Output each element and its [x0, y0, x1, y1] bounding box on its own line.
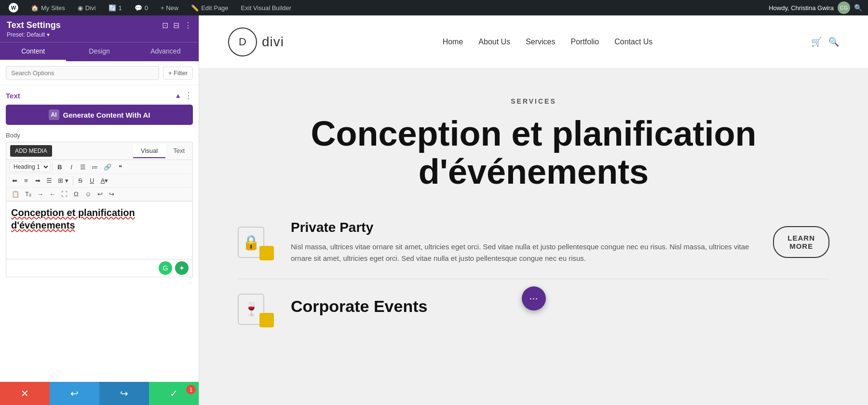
exit-builder-label: Exit Visual Builder	[241, 4, 292, 12]
comments-item[interactable]: 🔄 1	[106, 4, 125, 12]
cancel-button[interactable]: ✕	[0, 382, 50, 405]
grid-icon[interactable]: ⊟	[173, 21, 179, 30]
nav-home[interactable]: Home	[443, 38, 463, 46]
underline-button[interactable]: U	[87, 176, 97, 186]
nav-portfolio[interactable]: Portfolio	[571, 38, 599, 46]
save-button[interactable]: ✓ 1	[149, 382, 199, 405]
format-row-3: 📋 T₂ → ← ⛶ Ω ☺ ↩ ↪	[6, 188, 192, 201]
bold-button[interactable]: B	[54, 162, 65, 172]
grammarly-icon[interactable]: G	[159, 261, 172, 275]
admin-bar-left: W 🏠 My Sites ◉ Divi 🔄 1 💬 0 + New ✏️ Edi…	[6, 3, 761, 13]
search-input[interactable]	[6, 66, 159, 80]
ai-bottom-icon[interactable]: ✦	[175, 261, 189, 275]
new-item[interactable]: + New	[158, 4, 181, 12]
logo-d: D	[239, 36, 246, 48]
logo-text: divi	[262, 34, 284, 50]
heading-select[interactable]: Heading 1	[9, 162, 50, 172]
tab-content[interactable]: Content	[0, 42, 66, 61]
emoji-button[interactable]: ☺	[82, 189, 94, 199]
align-right-button[interactable]: ➡	[32, 176, 43, 186]
service-desc-1: Nisl massa, ultrices vitae ornare sit am…	[291, 241, 759, 264]
service-name-2: Corporate Events	[291, 297, 829, 316]
tab-design[interactable]: Design	[66, 42, 132, 61]
section-title: Text	[6, 92, 20, 100]
strikethrough-button[interactable]: S	[75, 176, 86, 186]
services-heading: Conception et planification d'événements	[238, 115, 829, 191]
site-content-wrapper: SERVICES Conception et planification d'é…	[238, 97, 829, 339]
fab-button[interactable]: ···	[522, 286, 546, 310]
fab-icon: ···	[529, 292, 538, 305]
panel-content: Text ▲ ⋮ AI Generate Content With AI Bod…	[0, 85, 199, 382]
visual-tab[interactable]: Visual	[133, 144, 165, 158]
blockquote-button[interactable]: ❝	[115, 162, 125, 172]
outdent-button[interactable]: ←	[47, 189, 58, 199]
divi-label: Divi	[85, 4, 96, 12]
tabs-row: Content Design Advanced	[0, 42, 199, 61]
link-button[interactable]: 🔗	[101, 162, 114, 172]
nav-services[interactable]: Services	[526, 38, 555, 46]
search-bar: + Filter	[0, 61, 199, 85]
editor-content[interactable]: Conception et planification d'événements	[6, 202, 193, 259]
pencil-icon: ✏️	[191, 4, 199, 12]
nav-about[interactable]: About Us	[478, 38, 510, 46]
align-justify-button[interactable]: ☰	[44, 176, 54, 186]
align-center-button[interactable]: ≡	[21, 176, 31, 186]
table-button[interactable]: ⊞ ▾	[55, 176, 71, 186]
right-panel: D divi Home About Us Services Portfolio …	[199, 15, 868, 405]
user-name-label: Howdy, Christina Gwira	[769, 4, 834, 12]
admin-bar: W 🏠 My Sites ◉ Divi 🔄 1 💬 0 + New ✏️ Edi…	[0, 0, 868, 15]
tab-advanced[interactable]: Advanced	[133, 42, 199, 61]
edit-page-label: Edit Page	[201, 4, 228, 12]
redo-button[interactable]: ↪	[106, 189, 117, 199]
subscript-button[interactable]: T₂	[23, 189, 34, 199]
site-header: D divi Home About Us Services Portfolio …	[199, 15, 868, 68]
ordered-list-button[interactable]: ≔	[89, 162, 100, 172]
dots-icon[interactable]: ⋮	[184, 21, 192, 30]
learn-more-button-1[interactable]: LEARNMORE	[773, 226, 829, 258]
edit-page-item[interactable]: ✏️ Edit Page	[188, 4, 231, 12]
my-sites-item[interactable]: 🏠 My Sites	[28, 4, 68, 12]
filter-button[interactable]: + Filter	[163, 67, 193, 80]
paste-button[interactable]: 📋	[9, 189, 22, 199]
refresh-icon: 🔄	[108, 4, 116, 12]
editor-text-preview: Conception et planification d'événements	[11, 206, 188, 231]
wp-logo-item[interactable]: W	[6, 3, 21, 13]
collapse-button[interactable]: ▲	[175, 92, 181, 99]
align-left-button[interactable]: ⬅	[9, 176, 20, 186]
search-nav-icon[interactable]: 🔍	[828, 37, 839, 47]
nav-contact[interactable]: Contact Us	[614, 38, 652, 46]
add-media-button[interactable]: ADD MEDIA	[10, 145, 52, 157]
bottom-bar: ✕ ↩ ↪ ✓ 1	[0, 382, 199, 405]
comments-bubble-item[interactable]: 💬 0	[132, 4, 151, 12]
service-text-1: Private Party Nisl massa, ultrices vitae…	[291, 220, 759, 264]
window-icon[interactable]: ⊡	[162, 21, 168, 30]
editor-toolbar: ADD MEDIA Visual Text Heading 1	[6, 142, 193, 202]
section-more-button[interactable]: ⋮	[184, 91, 193, 100]
save-badge: 1	[186, 385, 196, 394]
indent-button[interactable]: →	[35, 189, 46, 199]
panel-preset[interactable]: Preset: Default	[7, 31, 192, 38]
fullscreen-button[interactable]: ⛶	[59, 189, 70, 199]
search-icon[interactable]: 🔍	[854, 4, 862, 12]
main-layout: Text Settings ⊡ ⊟ ⋮ Preset: Default Cont…	[0, 15, 868, 405]
text-color-button[interactable]: A ▾	[98, 176, 111, 186]
unordered-list-button[interactable]: ☰	[78, 162, 88, 172]
undo-button[interactable]: ↩	[95, 189, 105, 199]
service-icon-wrap-2: 🍷	[238, 294, 276, 325]
panel-title: Text Settings	[7, 20, 61, 30]
text-tab[interactable]: Text	[165, 144, 192, 158]
undo-button-bar[interactable]: ↩	[50, 382, 99, 405]
sep2	[73, 176, 73, 185]
cart-icon[interactable]: 🛒	[811, 37, 822, 47]
exit-builder-item[interactable]: Exit Visual Builder	[238, 4, 295, 12]
redo-button-bar[interactable]: ↪	[99, 382, 149, 405]
special-char-button[interactable]: Ω	[71, 189, 81, 199]
editor-bottom: G ✦	[6, 259, 193, 277]
ai-icon: AI	[49, 109, 59, 120]
services-label: SERVICES	[238, 97, 829, 105]
italic-button[interactable]: I	[66, 162, 77, 172]
ai-generate-button[interactable]: AI Generate Content With AI	[6, 105, 193, 125]
panel-header: Text Settings ⊡ ⊟ ⋮ Preset: Default	[0, 15, 199, 42]
divi-item[interactable]: ◉ Divi	[75, 4, 99, 12]
ai-button-label: Generate Content With AI	[63, 111, 150, 119]
